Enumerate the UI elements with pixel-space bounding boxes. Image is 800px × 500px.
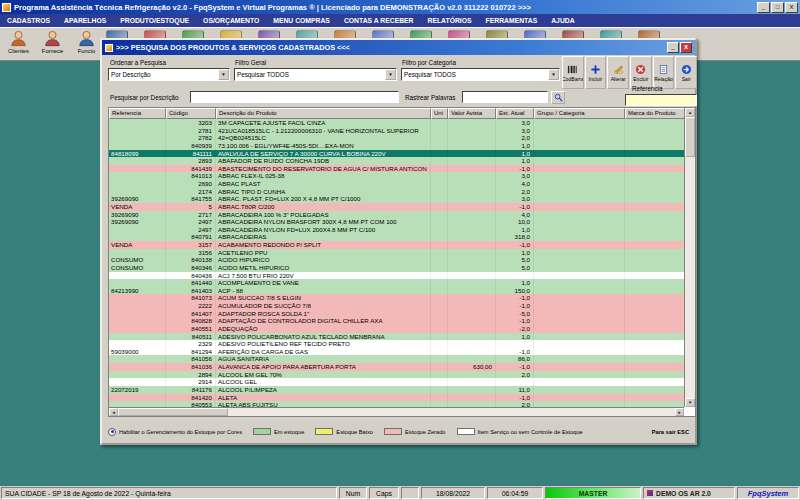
table-row[interactable]: 840436ACJ 7.500 BTU FRIO 220V	[109, 272, 684, 280]
menu-ferramentas[interactable]: FERRAMENTAS	[479, 17, 545, 24]
cell-uni	[431, 249, 448, 257]
alterar-button[interactable]: Alterar	[607, 56, 629, 89]
column-header-descricao[interactable]: Descrição do Produto	[216, 108, 431, 119]
menu-menu-compras[interactable]: MENU COMPRAS	[266, 17, 337, 24]
table-row[interactable]: 2329ADESIVO POLIETILENO REF TECIDO PRETO	[109, 340, 684, 348]
scroll-right-icon[interactable]: ►	[675, 408, 684, 416]
table-row[interactable]: 392690902497ABRACADEIRA NYLON BRASFORT 3…	[109, 218, 684, 226]
search-words-input[interactable]	[462, 91, 548, 103]
minimize-icon[interactable]: _	[757, 2, 770, 13]
table-row[interactable]: 2174ABRAC TIPO D CUNHA2,0	[109, 188, 684, 196]
menu-produto-estoque[interactable]: PRODUTO/ESTOQUE	[113, 17, 196, 24]
toolbar-funcionarios-button[interactable]: Funcio	[70, 29, 103, 60]
table-row[interactable]: 3156ACETILENO PPU1,0	[109, 249, 684, 257]
chevron-down-icon[interactable]: ▼	[385, 69, 396, 80]
color-management-radio[interactable]	[108, 428, 116, 436]
table-row[interactable]: 2893ABAFADOR DE RUIDO CONCHA 19DB1,0	[109, 157, 684, 165]
table-row[interactable]: 32033M CAPACETE AJUSTE FACIL CINZA3,0	[109, 119, 684, 127]
cell-grp	[534, 249, 625, 257]
table-row[interactable]: 840551ADEQUAÇÃO-2,0	[109, 325, 684, 333]
table-row[interactable]: 840511ADESIVO POLICARBONATO AZUL TECLADO…	[109, 333, 684, 341]
reference-input[interactable]	[625, 94, 697, 106]
barcode-icon	[567, 64, 578, 75]
codbarra-button[interactable]: CodBarra	[562, 56, 584, 89]
table-row[interactable]: 84213990841403ACP - 88150,0	[109, 287, 684, 295]
chevron-down-icon[interactable]: ▼	[548, 69, 559, 80]
cell-uni	[431, 180, 448, 188]
column-header-uni[interactable]: Uni	[431, 108, 448, 119]
vertical-scroll-thumb[interactable]	[685, 117, 695, 157]
column-header-est-atual[interactable]: Est. Atual	[496, 108, 534, 119]
table-row[interactable]: 22072019841176ALCOOL P/LIMPEZA11,0	[109, 386, 684, 394]
menu-contas-a-receber[interactable]: CONTAS A RECEBER	[337, 17, 421, 24]
menu-cadastros[interactable]: CADASTROS	[0, 17, 57, 24]
scroll-left-icon[interactable]: ◄	[109, 408, 118, 416]
table-row[interactable]: 39269090841755ABRAC. PLAST. FD=LUX 200 X…	[109, 195, 684, 203]
menu-aparelhos[interactable]: APARELHOS	[57, 17, 113, 24]
table-row[interactable]: 2690ABRAC PLAST4,0	[109, 180, 684, 188]
column-header-marca[interactable]: Marca do Produto	[625, 108, 684, 119]
table-row[interactable]: 841013ABRAC FLEX-IL 025-383,0	[109, 172, 684, 180]
table-row[interactable]: 841036ALAVANCA DE APOIO PARA ABERTURA PO…	[109, 363, 684, 371]
table-row[interactable]: 84093973.100.006 - EGL/YWF4E-450S-5DI...…	[109, 142, 684, 150]
table-row[interactable]: 2497ABRACADEIRA NYLON FD=LUX 200X4.8 MM …	[109, 226, 684, 234]
table-row[interactable]: 841420ALETA-1,0	[109, 394, 684, 402]
column-header-valor-avista[interactable]: Valor Avista	[448, 108, 496, 119]
table-row[interactable]: 2781421UCA018515LC - 1.212200006310 - VA…	[109, 127, 684, 135]
table-row[interactable]: 841073ACUM SUCCAO 7/8 S ELGIN-1,0	[109, 294, 684, 302]
table-row[interactable]: 2222ACUMULADOR DE SUCÇÃO 7/8-1,0	[109, 302, 684, 310]
table-row[interactable]: 2894ALCOOL EM GEL 70%2,0	[109, 371, 684, 379]
dialog-minimize-icon[interactable]: _	[667, 42, 679, 53]
maximize-icon[interactable]: □	[771, 2, 784, 13]
category-filter-select[interactable]: Pesquisar TODOS ▼	[401, 68, 560, 81]
chevron-down-icon[interactable]: ▼	[218, 69, 229, 80]
toolbar-clientes-button[interactable]: Clientes	[2, 29, 35, 60]
menu-relatorios[interactable]: RELATÓRIOS	[421, 17, 479, 24]
stock-color-legend: Habilitar o Gerenciamento do Estoque por…	[108, 425, 689, 438]
table-row[interactable]: 59039000841294AFERIÇÃO DA CARGA DE GAS-1…	[109, 348, 684, 356]
table-row[interactable]: 2914ALCOOL GEL	[109, 378, 684, 386]
column-header-grupo-categoria[interactable]: Grupo / Categoria	[534, 108, 625, 119]
scroll-up-icon[interactable]: ▲	[685, 108, 695, 117]
close-icon[interactable]: X	[785, 2, 798, 13]
table-row[interactable]: CONSUMO840346ACIDO METIL HIPURICO5,0	[109, 264, 684, 272]
horizontal-scrollbar[interactable]: ◄ ►	[109, 407, 684, 416]
table-row[interactable]: 84818099841111AVALVULA DE SERVIÇO 7 A 30…	[109, 150, 684, 158]
table-row[interactable]: VENDA5ABRAC.T80R C/200-1,0	[109, 203, 684, 211]
cell-desc: ACUM SUCCAO 7/8 S ELGIN	[216, 294, 431, 302]
order-filter-select[interactable]: Por Descrição ▼	[108, 68, 230, 81]
menu-os-orcamento[interactable]: OS/ORÇAMENTO	[196, 17, 266, 24]
horizontal-scroll-thumb[interactable]	[118, 408, 228, 416]
table-row[interactable]: 841440ACOMPLAMENTO DE VANE1,0	[109, 279, 684, 287]
table-row[interactable]: 840828ADAPTAÇÃO DE CONTROLADOR DIGITAL C…	[109, 317, 684, 325]
status-user-badge: MASTER	[545, 487, 641, 499]
scroll-down-icon[interactable]: ▼	[685, 398, 695, 407]
table-row[interactable]: CONSUMO840138ACIDO HIPURICO5,0	[109, 256, 684, 264]
cell-cod: 3156	[166, 249, 216, 257]
column-header-referencia[interactable]: Referencia	[109, 108, 166, 119]
general-filter-select[interactable]: Pesquisar TODOS ▼	[234, 68, 397, 81]
incluir-button[interactable]: Incluir	[585, 56, 607, 89]
table-row[interactable]: 392690902717ABRACADEIRA 100 % 3" POLEGAD…	[109, 211, 684, 219]
cell-mar	[625, 378, 684, 386]
menu-ajuda[interactable]: AJUDA	[544, 17, 581, 24]
search-description-input[interactable]	[190, 91, 399, 103]
table-row[interactable]: 841056AGUA SANITARIA86,0	[109, 355, 684, 363]
column-header-codigo[interactable]: Código	[166, 108, 216, 119]
cell-desc: ABRACADEIRA NYLON FD=LUX 200X4.8 MM PT C…	[216, 226, 431, 234]
table-row[interactable]: VENDA3157ACABAMENTO REDONDO P/ SPLIT-1,0	[109, 241, 684, 249]
cell-mar	[625, 371, 684, 379]
cell-cod: 841439	[166, 165, 216, 173]
cell-ref	[109, 127, 166, 135]
search-button[interactable]	[551, 91, 565, 104]
dialog-close-icon[interactable]: X	[680, 42, 692, 53]
table-row[interactable]: 278242=QB024515LC2,0	[109, 134, 684, 142]
table-row[interactable]: 841407ADAPTADOR ROSCA SOLDA 1"-5,0	[109, 310, 684, 318]
cell-uni	[431, 340, 448, 348]
cell-est: -1,0	[496, 348, 534, 356]
vertical-scrollbar[interactable]: ▲ ▼	[684, 108, 695, 407]
table-row[interactable]: 841439ABASTECIMENTO DO RESERVATORIO DE A…	[109, 165, 684, 173]
toolbar-fornecedores-button[interactable]: Fornece	[36, 29, 69, 60]
sair-button[interactable]: Sair	[675, 56, 697, 89]
table-row[interactable]: 840791ABRACADEIRAS318,0	[109, 233, 684, 241]
